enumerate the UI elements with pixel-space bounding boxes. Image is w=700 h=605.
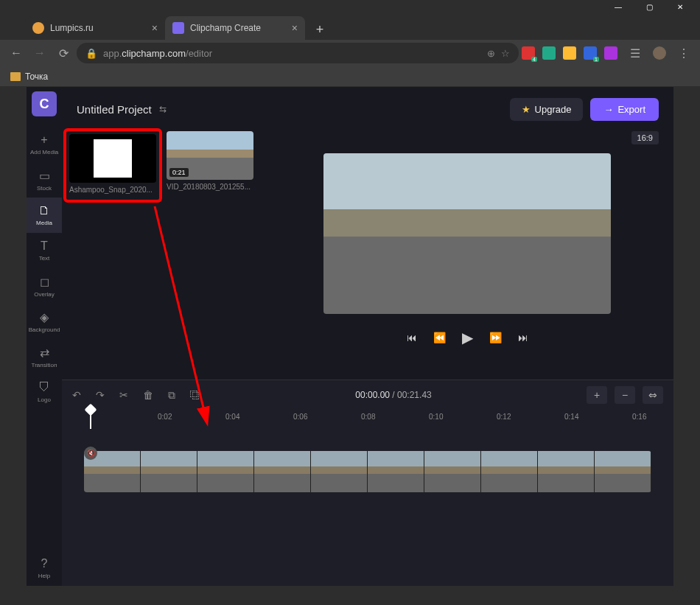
sidebar-item-logo[interactable]: ⛉Logo — [27, 374, 62, 410]
upgrade-button[interactable]: ★Upgrade — [510, 98, 584, 121]
video-preview[interactable] — [323, 153, 611, 314]
clip-frame — [197, 451, 254, 492]
timeline-toolbar: ↶ ↷ ✂ 🗑 ⧉ ⿻ 00:00.00 / 00:21.43 + − ⇔ — [62, 380, 673, 410]
browser-tabs: Lumpics.ru × Clipchamp Create × + — [0, 13, 700, 40]
tab-close-icon[interactable]: × — [292, 22, 298, 34]
app-sidebar: C +Add Media ▭Stock 🗋Media TText ◻Overla… — [27, 87, 62, 586]
sidebar-item-background[interactable]: ◈Background — [27, 304, 62, 339]
window-maximize-button[interactable]: ▢ — [634, 0, 665, 13]
sidebar-item-text[interactable]: TText — [27, 233, 62, 268]
media-duration: 0:21 — [169, 168, 189, 177]
clip-frame — [368, 451, 424, 492]
media-thumbnail[interactable]: Ashampoo_Snap_2020... — [69, 134, 156, 194]
export-arrow-icon: → — [603, 104, 613, 115]
sidebar-item-help[interactable]: ?Help — [27, 550, 62, 586]
app-logo[interactable]: C — [32, 91, 57, 116]
url-text: app.clipchamp.com/editor — [103, 48, 212, 59]
qr-code-icon — [94, 139, 132, 178]
timeline-area: ↶ ↷ ✂ 🗑 ⧉ ⿻ 00:00.00 / 00:21.43 + − ⇔ 0:… — [62, 380, 673, 586]
media-thumbnail[interactable]: 0:21 VID_20180803_201255... — [167, 131, 253, 200]
extension-icon[interactable] — [604, 46, 617, 60]
rewind-button[interactable]: ⏪ — [433, 332, 446, 343]
forward-button[interactable]: ⏩ — [489, 332, 502, 343]
extension-icon[interactable]: 1 — [584, 46, 597, 60]
sidebar-item-add-media[interactable]: +Add Media — [27, 127, 62, 162]
zoom-out-button[interactable]: − — [615, 386, 635, 404]
browser-menu-button[interactable]: ⋮ — [673, 43, 694, 63]
duplicate-button[interactable]: ⿻ — [190, 389, 200, 401]
clip-frame — [311, 451, 368, 492]
video-track[interactable] — [84, 451, 651, 492]
clip-frame — [141, 451, 197, 492]
window-titlebar: — ▢ ✕ — [0, 0, 700, 13]
nav-back-button[interactable]: ← — [6, 43, 27, 63]
lock-icon: 🔒 — [85, 48, 97, 59]
sidebar-item-stock[interactable]: ▭Stock — [27, 162, 62, 197]
aspect-ratio-selector[interactable]: 16:9 — [631, 131, 659, 144]
clip-frame — [538, 451, 595, 492]
sidebar-item-media[interactable]: 🗋Media — [27, 197, 62, 233]
window-close-button[interactable]: ✕ — [665, 0, 696, 13]
zoom-fit-button[interactable]: ⇔ — [643, 386, 663, 404]
clip-frame — [424, 451, 481, 492]
player-controls: ⏮ ⏪ ▶ ⏩ ⏭ — [407, 329, 528, 346]
ruler-tick: 0:14 — [564, 413, 578, 421]
ruler-tick: 0:10 — [429, 413, 443, 421]
bookmark-item[interactable]: Точка — [25, 71, 48, 82]
nav-reload-button[interactable]: ⟳ — [53, 43, 74, 63]
clipchamp-app: C +Add Media ▭Stock 🗋Media TText ◻Overla… — [27, 87, 673, 586]
bookmark-star-icon[interactable]: ☆ — [501, 48, 510, 59]
export-button[interactable]: →Export — [590, 98, 659, 121]
media-filename: Ashampoo_Snap_2020... — [69, 186, 156, 194]
logo-icon: ⛉ — [38, 381, 50, 394]
split-button[interactable]: ✂ — [119, 389, 128, 401]
tab-favicon-icon — [172, 22, 184, 34]
delete-button[interactable]: 🗑 — [143, 389, 153, 401]
media-icon: 🗋 — [38, 204, 50, 217]
sidebar-item-overlay[interactable]: ◻Overlay — [27, 268, 62, 304]
reading-list-icon[interactable]: ☰ — [625, 43, 645, 63]
media-panel: Ashampoo_Snap_2020... 0:21 VID_20180803_… — [62, 131, 261, 380]
ruler-tick: 0:08 — [361, 413, 375, 421]
extension-icon[interactable] — [542, 46, 556, 60]
browser-toolbar: ← → ⟳ 🔒 app.clipchamp.com/editor ⊕ ☆ 4 1… — [0, 40, 700, 66]
extension-icon[interactable] — [563, 46, 576, 60]
tab-close-icon[interactable]: × — [152, 22, 158, 34]
new-tab-button[interactable]: + — [309, 19, 330, 40]
bookmarks-bar: Точка — [0, 66, 700, 87]
nav-forward-button[interactable]: → — [29, 43, 50, 63]
sidebar-item-transition[interactable]: ⇄Transition — [27, 339, 62, 374]
ruler-tick: 0:12 — [497, 413, 511, 421]
copy-button[interactable]: ⧉ — [168, 389, 175, 402]
skip-forward-button[interactable]: ⏭ — [518, 332, 528, 343]
timeline-tracks[interactable]: 🔇 — [62, 429, 673, 586]
ruler-tick: 0:02 — [158, 413, 172, 421]
undo-button[interactable]: ↶ — [72, 389, 81, 401]
ruler-tick: 0:16 — [632, 413, 646, 421]
bookmark-folder-icon — [10, 72, 21, 81]
text-icon: T — [41, 239, 48, 253]
media-filename: VID_20180803_201255... — [167, 183, 253, 191]
play-button[interactable]: ▶ — [462, 329, 473, 346]
profile-avatar[interactable] — [653, 46, 666, 60]
redo-button[interactable]: ↷ — [96, 389, 105, 401]
timeline-ruler[interactable]: 0:02 0:04 0:06 0:08 0:10 0:12 0:14 0:16 — [62, 410, 673, 429]
track-audio-icon[interactable]: 🔇 — [84, 447, 97, 460]
playhead[interactable] — [90, 410, 91, 429]
window-minimize-button[interactable]: — — [603, 0, 634, 13]
skip-back-button[interactable]: ⏮ — [407, 332, 417, 343]
project-title[interactable]: Untitled Project — [77, 103, 152, 116]
browser-tab[interactable]: Clipchamp Create × — [165, 16, 305, 40]
star-icon: ★ — [522, 104, 531, 115]
transition-icon: ⇄ — [40, 346, 49, 360]
zoom-in-button[interactable]: + — [587, 386, 607, 404]
preview-panel: 16:9 ⏮ ⏪ ▶ ⏩ ⏭ — [261, 131, 673, 380]
address-bar[interactable]: 🔒 app.clipchamp.com/editor ⊕ ☆ — [77, 43, 519, 63]
extension-icon[interactable]: 4 — [522, 46, 535, 60]
background-icon: ◈ — [40, 310, 49, 324]
translate-icon[interactable]: ⊕ — [487, 48, 495, 59]
sync-status-icon: ⇆ — [159, 104, 167, 114]
clip-frame — [481, 451, 538, 492]
tab-title: Lumpics.ru — [50, 23, 146, 33]
browser-tab[interactable]: Lumpics.ru × — [25, 16, 165, 40]
